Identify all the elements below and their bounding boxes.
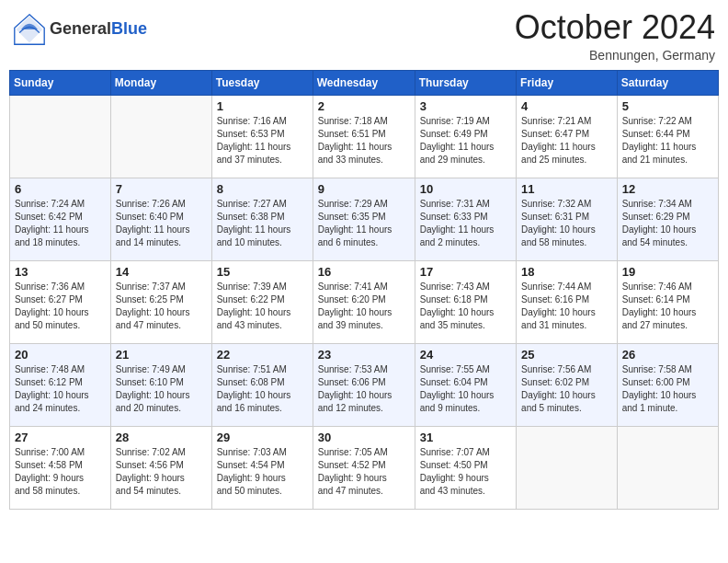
calendar-cell: 3Sunrise: 7:19 AM Sunset: 6:49 PM Daylig…: [415, 95, 516, 178]
calendar-week-4: 20Sunrise: 7:48 AM Sunset: 6:12 PM Dayli…: [10, 343, 719, 426]
calendar-cell: 18Sunrise: 7:44 AM Sunset: 6:16 PM Dayli…: [517, 260, 618, 343]
col-header-sunday: Sunday: [10, 70, 111, 95]
day-info: Sunrise: 7:05 AM Sunset: 4:52 PM Dayligh…: [318, 446, 410, 498]
col-header-tuesday: Tuesday: [211, 70, 313, 95]
title-block: October 2024 Bennungen, Germany: [515, 9, 715, 63]
day-number: 31: [420, 431, 511, 444]
logo-text: GeneralBlue: [50, 20, 147, 39]
calendar-week-1: 1Sunrise: 7:16 AM Sunset: 6:53 PM Daylig…: [10, 95, 719, 178]
calendar-cell: 20Sunrise: 7:48 AM Sunset: 6:12 PM Dayli…: [10, 343, 111, 426]
day-info: Sunrise: 7:43 AM Sunset: 6:18 PM Dayligh…: [420, 281, 511, 332]
calendar-cell: 13Sunrise: 7:36 AM Sunset: 6:27 PM Dayli…: [10, 260, 111, 343]
calendar-cell: 19Sunrise: 7:46 AM Sunset: 6:14 PM Dayli…: [617, 260, 718, 343]
day-number: 4: [521, 99, 612, 113]
day-number: 24: [420, 348, 511, 362]
day-info: Sunrise: 7:51 AM Sunset: 6:08 PM Dayligh…: [217, 363, 308, 415]
day-number: 29: [217, 431, 308, 444]
calendar-cell: [517, 426, 618, 509]
calendar-cell: 6Sunrise: 7:24 AM Sunset: 6:42 PM Daylig…: [10, 178, 111, 260]
calendar-week-3: 13Sunrise: 7:36 AM Sunset: 6:27 PM Dayli…: [10, 260, 719, 343]
col-header-thursday: Thursday: [415, 70, 516, 95]
day-number: 1: [217, 99, 308, 113]
day-info: Sunrise: 7:58 AM Sunset: 6:00 PM Dayligh…: [622, 363, 713, 415]
day-info: Sunrise: 7:21 AM Sunset: 6:47 PM Dayligh…: [521, 115, 612, 167]
col-header-wednesday: Wednesday: [313, 70, 415, 95]
day-info: Sunrise: 7:32 AM Sunset: 6:31 PM Dayligh…: [521, 198, 612, 249]
calendar-cell: 15Sunrise: 7:39 AM Sunset: 6:22 PM Dayli…: [211, 260, 313, 343]
calendar-cell: 30Sunrise: 7:05 AM Sunset: 4:52 PM Dayli…: [313, 426, 415, 509]
day-info: Sunrise: 7:02 AM Sunset: 4:56 PM Dayligh…: [116, 446, 207, 498]
day-number: 25: [521, 348, 612, 362]
calendar-cell: 25Sunrise: 7:56 AM Sunset: 6:02 PM Dayli…: [517, 343, 618, 426]
day-info: Sunrise: 7:16 AM Sunset: 6:53 PM Dayligh…: [217, 115, 308, 167]
logo-icon: [13, 13, 46, 46]
day-info: Sunrise: 7:03 AM Sunset: 4:54 PM Dayligh…: [217, 446, 308, 498]
day-info: Sunrise: 7:34 AM Sunset: 6:29 PM Dayligh…: [622, 198, 713, 249]
day-number: 27: [15, 431, 106, 444]
calendar-header-row: SundayMondayTuesdayWednesdayThursdayFrid…: [10, 70, 719, 95]
day-info: Sunrise: 7:18 AM Sunset: 6:51 PM Dayligh…: [318, 115, 410, 167]
col-header-monday: Monday: [110, 70, 211, 95]
calendar-cell: 26Sunrise: 7:58 AM Sunset: 6:00 PM Dayli…: [617, 343, 718, 426]
day-info: Sunrise: 7:39 AM Sunset: 6:22 PM Dayligh…: [217, 281, 308, 332]
calendar-cell: 5Sunrise: 7:22 AM Sunset: 6:44 PM Daylig…: [617, 95, 718, 178]
day-number: 20: [15, 348, 106, 362]
day-number: 7: [116, 182, 207, 196]
logo: GeneralBlue: [13, 13, 147, 46]
day-number: 14: [116, 265, 207, 279]
calendar-week-2: 6Sunrise: 7:24 AM Sunset: 6:42 PM Daylig…: [10, 178, 719, 260]
calendar-cell: 16Sunrise: 7:41 AM Sunset: 6:20 PM Dayli…: [313, 260, 415, 343]
calendar-cell: 29Sunrise: 7:03 AM Sunset: 4:54 PM Dayli…: [211, 426, 313, 509]
calendar-cell: 24Sunrise: 7:55 AM Sunset: 6:04 PM Dayli…: [415, 343, 516, 426]
calendar-cell: 7Sunrise: 7:26 AM Sunset: 6:40 PM Daylig…: [110, 178, 211, 260]
location-subtitle: Bennungen, Germany: [515, 48, 715, 63]
col-header-friday: Friday: [517, 70, 618, 95]
day-number: 10: [420, 182, 511, 196]
day-info: Sunrise: 7:48 AM Sunset: 6:12 PM Dayligh…: [15, 363, 106, 415]
calendar-cell: 8Sunrise: 7:27 AM Sunset: 6:38 PM Daylig…: [211, 178, 313, 260]
day-number: 30: [318, 431, 410, 444]
calendar-cell: 1Sunrise: 7:16 AM Sunset: 6:53 PM Daylig…: [211, 95, 313, 178]
day-number: 5: [622, 99, 713, 113]
day-info: Sunrise: 7:31 AM Sunset: 6:33 PM Dayligh…: [420, 198, 511, 249]
calendar-cell: [617, 426, 718, 509]
day-info: Sunrise: 7:49 AM Sunset: 6:10 PM Dayligh…: [116, 363, 207, 415]
day-number: 2: [318, 99, 410, 113]
day-number: 9: [318, 182, 410, 196]
day-info: Sunrise: 7:41 AM Sunset: 6:20 PM Dayligh…: [318, 281, 410, 332]
calendar-cell: 23Sunrise: 7:53 AM Sunset: 6:06 PM Dayli…: [313, 343, 415, 426]
day-info: Sunrise: 7:29 AM Sunset: 6:35 PM Dayligh…: [318, 198, 410, 249]
day-number: 3: [420, 99, 511, 113]
day-number: 12: [622, 182, 713, 196]
month-title: October 2024: [515, 9, 715, 46]
day-info: Sunrise: 7:55 AM Sunset: 6:04 PM Dayligh…: [420, 363, 511, 415]
calendar-cell: [110, 95, 211, 178]
calendar-cell: 9Sunrise: 7:29 AM Sunset: 6:35 PM Daylig…: [313, 178, 415, 260]
day-info: Sunrise: 7:07 AM Sunset: 4:50 PM Dayligh…: [420, 446, 511, 498]
day-number: 16: [318, 265, 410, 279]
day-number: 17: [420, 265, 511, 279]
day-number: 15: [217, 265, 308, 279]
calendar-cell: 22Sunrise: 7:51 AM Sunset: 6:08 PM Dayli…: [211, 343, 313, 426]
day-number: 28: [116, 431, 207, 444]
day-info: Sunrise: 7:46 AM Sunset: 6:14 PM Dayligh…: [622, 281, 713, 332]
calendar-cell: 17Sunrise: 7:43 AM Sunset: 6:18 PM Dayli…: [415, 260, 516, 343]
day-info: Sunrise: 7:53 AM Sunset: 6:06 PM Dayligh…: [318, 363, 410, 415]
calendar-cell: 14Sunrise: 7:37 AM Sunset: 6:25 PM Dayli…: [110, 260, 211, 343]
day-number: 21: [116, 348, 207, 362]
calendar-cell: [10, 95, 111, 178]
col-header-saturday: Saturday: [617, 70, 718, 95]
day-info: Sunrise: 7:22 AM Sunset: 6:44 PM Dayligh…: [622, 115, 713, 167]
calendar-cell: 11Sunrise: 7:32 AM Sunset: 6:31 PM Dayli…: [517, 178, 618, 260]
day-number: 18: [521, 265, 612, 279]
day-info: Sunrise: 7:24 AM Sunset: 6:42 PM Dayligh…: [15, 198, 106, 249]
calendar-cell: 27Sunrise: 7:00 AM Sunset: 4:58 PM Dayli…: [10, 426, 111, 509]
calendar-cell: 28Sunrise: 7:02 AM Sunset: 4:56 PM Dayli…: [110, 426, 211, 509]
calendar-cell: 12Sunrise: 7:34 AM Sunset: 6:29 PM Dayli…: [617, 178, 718, 260]
calendar-table: SundayMondayTuesdayWednesdayThursdayFrid…: [9, 70, 719, 510]
day-info: Sunrise: 7:19 AM Sunset: 6:49 PM Dayligh…: [420, 115, 511, 167]
day-number: 19: [622, 265, 713, 279]
day-number: 11: [521, 182, 612, 196]
day-info: Sunrise: 7:26 AM Sunset: 6:40 PM Dayligh…: [116, 198, 207, 249]
day-info: Sunrise: 7:00 AM Sunset: 4:58 PM Dayligh…: [15, 446, 106, 498]
